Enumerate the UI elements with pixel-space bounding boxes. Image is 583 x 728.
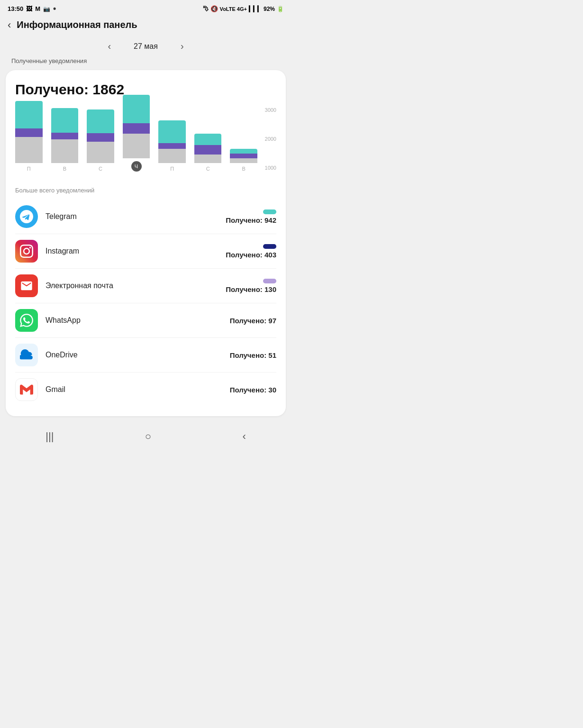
bar-day-label: С [99,166,102,172]
bar-segment [51,108,79,133]
chart-container: ПВСЧПСВ 300020001000 [15,107,276,183]
app-list-item[interactable]: Электронная почтаПолучено: 130 [15,269,276,303]
bar-day-label: П [170,166,174,172]
bar-column: П [15,101,43,172]
app-icon-telegram [15,205,38,228]
app-name: Электронная почта [46,282,226,290]
chart-y-label: 3000 [265,107,276,113]
bar-segment [230,158,257,163]
bar-column: С [194,134,222,172]
signal-bars-icon: ▎▎▎ [249,6,262,12]
bar-column: Ч [123,95,150,172]
app-icon-email [15,274,38,297]
app-icon-onedrive [15,344,38,366]
bottom-nav: ||| ○ ‹ [0,422,292,453]
status-left: 13:50 🖼 M 📷 • [8,4,56,14]
status-right: ⮷ 🔇 VoLTE 4G+ ▎▎▎ 92% 🔋 [203,5,284,12]
bar-segment [123,134,150,158]
bar-segment [87,109,114,133]
most-notifications-label: Больше всего уведомлений [15,187,276,194]
battery-percent: 92% [264,6,275,12]
app-count-area: Получено: 30 [230,386,276,394]
bar-day-label: С [206,166,210,172]
bar-column: П [158,120,186,172]
bar-segment [230,149,257,154]
app-list-item[interactable]: TelegramПолучено: 942 [15,200,276,234]
bar-segment [123,123,150,134]
prev-date-button[interactable]: ‹ [104,39,115,54]
bar-segment [158,149,186,163]
bar-column: С [87,109,114,172]
app-received-count: Получено: 51 [230,351,276,359]
home-button[interactable]: ○ [136,428,161,445]
top-nav: ‹ Информационная панель [0,16,292,36]
instagram-status-icon: 📷 [43,6,50,12]
app-name: OneDrive [46,351,230,359]
app-icon-instagram [15,240,38,263]
app-name: Gmail [46,385,230,394]
app-received-count: Получено: 30 [230,386,276,394]
photo-icon: 🖼 [26,5,32,12]
current-date: 27 мая [134,42,158,51]
app-icon-gmail [15,378,38,401]
battery-icon: 🔋 [277,6,284,12]
app-list-item[interactable]: InstagramПолучено: 403 [15,234,276,269]
back-button[interactable]: ‹ [8,20,11,30]
app-count-area: Получено: 51 [230,351,276,359]
recent-apps-button[interactable]: ||| [36,428,63,445]
bar-column: В [230,149,257,172]
bar-segment [158,143,186,149]
bar-segment [158,120,186,143]
bar-segment [15,101,43,128]
app-name: WhatsApp [46,316,230,325]
app-count-area: Получено: 97 [230,317,276,325]
page-title: Информационная панель [17,19,137,30]
dot-icon: • [53,4,56,14]
bar-day-label: П [27,166,31,172]
chart-bars-area: ПВСЧПСВ [15,107,276,172]
bar-day-label: В [242,166,246,172]
app-color-indicator [263,244,276,249]
bar-segment [194,145,222,155]
bar-segment [194,155,222,163]
bar-segment [51,133,79,139]
app-color-indicator [263,209,276,214]
status-time: 13:50 [8,5,23,12]
main-card: Получено: 1862 ПВСЧПСВ 300020001000 Боль… [6,70,286,416]
bar-column: В [51,108,79,172]
app-list-item[interactable]: OneDriveПолучено: 51 [15,338,276,373]
app-list: TelegramПолучено: 942InstagramПолучено: … [15,200,276,407]
bar-segment [15,137,43,163]
date-nav: ‹ 27 мая › [0,36,292,55]
bar-today-label: Ч [131,161,142,172]
chart-y-label: 1000 [265,165,276,171]
mute-icon: 🔇 [210,5,218,12]
gmail-status-icon: M [35,5,40,12]
app-count-area: Получено: 942 [226,209,276,224]
status-bar: 13:50 🖼 M 📷 • ⮷ 🔇 VoLTE 4G+ ▎▎▎ 92% 🔋 [0,0,292,16]
bar-segment [230,154,257,158]
chart-y-label: 2000 [265,136,276,142]
app-list-item[interactable]: GmailПолучено: 30 [15,373,276,407]
app-icon-whatsapp [15,309,38,332]
app-count-area: Получено: 403 [226,244,276,259]
app-received-count: Получено: 942 [226,216,276,224]
bar-segment [194,134,222,145]
bar-segment [87,142,114,163]
bar-segment [51,139,79,163]
app-received-count: Получено: 130 [226,285,276,293]
chart-y-labels: 300020001000 [265,107,276,172]
app-color-indicator [263,279,276,283]
app-count-area: Получено: 130 [226,279,276,293]
bar-segment [123,95,150,123]
app-received-count: Получено: 97 [230,317,276,325]
signal-icon: VoLTE 4G+ [220,6,247,12]
app-list-item[interactable]: WhatsAppПолучено: 97 [15,303,276,338]
bar-segment [15,128,43,137]
page-subtitle: Полученные уведомления [0,55,292,68]
bar-day-label: В [63,166,66,172]
next-date-button[interactable]: › [177,39,188,54]
app-name: Instagram [46,247,226,255]
back-nav-button[interactable]: ‹ [233,428,255,445]
bluetooth-icon: ⮷ [203,6,209,12]
